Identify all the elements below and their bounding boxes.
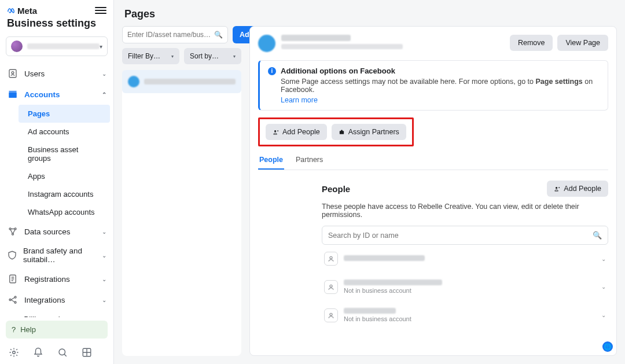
- nav-sub-ad-accounts[interactable]: Ad accounts: [19, 123, 110, 141]
- info-callout-body-pre: Some Page access settings may not be ava…: [281, 78, 536, 86]
- people-panel: People Add People These people have acce…: [258, 170, 608, 329]
- person-avatar-icon: [324, 252, 338, 266]
- account-switcher[interactable]: ▾: [6, 36, 108, 56]
- detail-meta: [281, 35, 510, 49]
- meta-logo-icon: [7, 6, 15, 14]
- nav-integrations[interactable]: Integrations ⌄: [0, 289, 113, 310]
- person-sub: Not in business account: [344, 315, 595, 322]
- people-search-field[interactable]: [328, 231, 593, 240]
- people-search[interactable]: 🔍: [322, 226, 608, 245]
- svg-point-4: [9, 228, 11, 230]
- nav-registrations[interactable]: Registrations ⌄: [0, 269, 113, 289]
- page-avatar: [128, 76, 139, 87]
- highlighted-actions: Add People Assign Partners: [258, 117, 414, 146]
- nav: Users ⌄ Accounts ⌃ Pages Ad accounts Bus…: [0, 63, 113, 317]
- brand[interactable]: Meta: [7, 6, 37, 16]
- chevron-down-icon: ▾: [100, 43, 102, 50]
- sort-by-label: Sort by…: [190, 52, 219, 60]
- info-callout-body-bold: Page settings: [536, 78, 583, 86]
- assign-partners-label: Assign Partners: [348, 128, 399, 136]
- nav-billing-label: Billing and payments: [24, 315, 94, 317]
- info-callout: i Additional options on Facebook Some Pa…: [258, 60, 608, 111]
- add-people-button[interactable]: Add People: [266, 124, 327, 140]
- svg-point-20: [330, 285, 332, 287]
- nav-sub-instagram[interactable]: Instagram accounts: [19, 185, 110, 203]
- tab-partners[interactable]: Partners: [295, 151, 324, 170]
- chevron-down-icon: ⌄: [102, 71, 106, 77]
- settings-icon[interactable]: [8, 347, 20, 358]
- main: Pages 🔍 Add ▾ Filter By… ▾ Sor: [114, 0, 625, 364]
- nav-sub-apps[interactable]: Apps: [19, 167, 110, 185]
- add-person-icon: [554, 186, 560, 192]
- apps-icon[interactable]: [81, 347, 93, 358]
- nav-accounts-sub: Pages Ad accounts Business asset groups …: [0, 105, 113, 221]
- detail-avatar: [258, 35, 275, 52]
- bell-icon[interactable]: [32, 347, 44, 358]
- nav-sub-pages[interactable]: Pages: [19, 105, 110, 123]
- sort-by-dropdown[interactable]: Sort by… ▾: [184, 48, 241, 64]
- panel-add-people-button[interactable]: Add People: [547, 181, 608, 197]
- nav-sub-whatsapp[interactable]: WhatsApp accounts: [19, 203, 110, 221]
- person-row[interactable]: Not in business account ⌄: [322, 301, 608, 329]
- help-button[interactable]: ? Help: [6, 321, 108, 339]
- asset-list-column: 🔍 Add ▾ Filter By… ▾ Sort by… ▾: [122, 26, 241, 356]
- person-sub: Not in business account: [344, 287, 595, 294]
- nav-users[interactable]: Users ⌄: [0, 63, 113, 84]
- accounts-icon: [7, 89, 19, 100]
- svg-point-5: [14, 228, 16, 230]
- person-avatar-icon: [324, 308, 338, 322]
- nav-accounts[interactable]: Accounts ⌃: [0, 84, 113, 105]
- nav-data-sources[interactable]: Data sources ⌄: [0, 221, 113, 242]
- nav-billing[interactable]: Billing and payments: [0, 310, 113, 317]
- chevron-up-icon: ⌃: [102, 91, 106, 98]
- data-sources-icon: [7, 226, 19, 237]
- help-label: Help: [20, 325, 36, 334]
- search-icon[interactable]: [57, 347, 68, 358]
- add-person-icon: [273, 129, 279, 135]
- info-callout-title: Additional options on Facebook: [281, 67, 395, 75]
- account-name: [27, 43, 100, 49]
- tab-people[interactable]: People: [258, 151, 284, 170]
- detail-panel: Remove View Page i Additional options on…: [249, 26, 617, 356]
- nav-brand-safety[interactable]: Brand safety and suitabil… ⌄: [0, 242, 113, 269]
- assign-partners-button[interactable]: Assign Partners: [332, 124, 406, 140]
- svg-point-15: [59, 349, 65, 355]
- nav-integrations-label: Integrations: [24, 296, 65, 304]
- nav-data-sources-label: Data sources: [24, 227, 71, 236]
- brand-label: Meta: [17, 6, 37, 16]
- remove-button[interactable]: Remove: [510, 35, 553, 51]
- person-row[interactable]: Not in business account ⌄: [322, 273, 608, 301]
- svg-point-18: [556, 187, 557, 189]
- briefcase-icon: [339, 129, 345, 135]
- info-icon: i: [268, 67, 276, 75]
- filter-by-dropdown[interactable]: Filter By… ▾: [122, 48, 179, 64]
- svg-point-19: [330, 256, 332, 259]
- chevron-down-icon: ▾: [233, 54, 236, 59]
- filter-by-label: Filter By…: [128, 52, 160, 60]
- svg-rect-2: [9, 92, 17, 98]
- chevron-down-icon: ⌄: [601, 256, 606, 262]
- footer-icons: [0, 342, 113, 364]
- svg-point-21: [330, 313, 332, 315]
- page-title: Pages: [114, 0, 625, 26]
- asset-search-input[interactable]: 🔍: [122, 26, 228, 43]
- asset-search-field[interactable]: [127, 31, 214, 39]
- help-icon: ?: [12, 325, 16, 334]
- chevron-down-icon: ⌄: [102, 297, 106, 303]
- svg-point-8: [9, 299, 11, 301]
- person-avatar-icon: [324, 280, 338, 294]
- sidebar: Meta Business settings ▾ Users ⌄ Account…: [0, 0, 114, 364]
- svg-point-9: [14, 296, 16, 298]
- add-people-label: Add People: [282, 128, 320, 136]
- asset-list-item[interactable]: [122, 70, 241, 93]
- view-page-button[interactable]: View Page: [557, 35, 608, 51]
- globe-icon[interactable]: 🌐: [602, 341, 613, 352]
- person-row[interactable]: ⌄: [322, 245, 608, 273]
- menu-toggle-icon[interactable]: [95, 5, 106, 16]
- product-title: Business settings: [0, 16, 113, 34]
- learn-more-link[interactable]: Learn more: [281, 96, 318, 104]
- search-icon: 🔍: [593, 231, 602, 240]
- page-name: [144, 79, 236, 84]
- nav-sub-bag[interactable]: Business asset groups: [19, 141, 110, 167]
- chevron-down-icon: ⌄: [601, 312, 606, 318]
